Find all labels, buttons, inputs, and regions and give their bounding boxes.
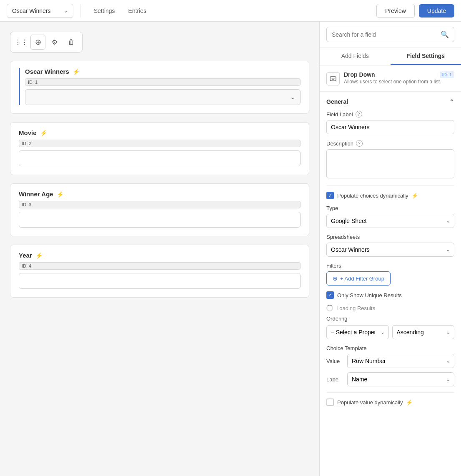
filters-label: Filters xyxy=(326,263,454,269)
select-property-wrap: – Select a Property ⌄ xyxy=(326,325,389,339)
left-panel: ⋮⋮ ⊕ ⚙ 🗑 Oscar Winners ⚡ ID: 1 xyxy=(0,22,319,476)
search-bar: 🔍 xyxy=(320,22,461,48)
form-selector-label: Oscar Winners xyxy=(12,8,51,14)
field-title-1: Oscar Winners xyxy=(25,68,69,75)
topbar-nav: Settings Entries xyxy=(80,4,153,18)
settings-button[interactable]: ⚙ xyxy=(47,35,62,50)
chevron-down-icon: ⌄ xyxy=(64,8,68,14)
lightning-icon-3: ⚡ xyxy=(57,191,64,198)
general-section-title: General xyxy=(326,98,348,105)
add-icon: ⊕ xyxy=(35,38,41,47)
choice-value-select[interactable]: Row Number Name Year xyxy=(347,354,454,368)
loading-spinner xyxy=(326,305,333,311)
update-button[interactable]: Update xyxy=(419,4,454,18)
tabs: Add Fields Field Settings xyxy=(320,48,461,65)
general-section-header[interactable]: General ⌃ xyxy=(326,98,454,105)
field-title-3: Winner Age xyxy=(19,190,53,198)
toolbar: ⋮⋮ ⊕ ⚙ 🗑 xyxy=(10,32,83,53)
unique-results-checkbox[interactable]: ✓ xyxy=(326,291,334,299)
field-label-label: Field Label ? xyxy=(326,111,454,118)
field-header-3: Winner Age ⚡ xyxy=(19,190,301,198)
field-header-2: Movie ⚡ xyxy=(19,129,301,136)
main-layout: ⋮⋮ ⊕ ⚙ 🗑 Oscar Winners ⚡ ID: 1 xyxy=(0,22,461,476)
plus-circle-icon: ⊕ xyxy=(333,275,338,282)
description-help-icon[interactable]: ? xyxy=(356,140,363,147)
spreadsheets-select[interactable]: Oscar Winners xyxy=(326,243,454,257)
spreadsheets-label: Spreadsheets xyxy=(326,234,454,240)
ordering-label: Ordering xyxy=(326,316,454,322)
field-input-2[interactable] xyxy=(19,150,301,166)
choice-label-select-wrap: Name Year Row Number ⌄ xyxy=(347,372,454,386)
loading-results-label: Loading Results xyxy=(336,305,375,311)
field-left-border: Oscar Winners ⚡ ID: 1 ⌄ xyxy=(19,68,301,105)
description-textarea[interactable] xyxy=(326,149,454,178)
populate-value-lightning-icon: ⚡ xyxy=(406,399,413,406)
nav-settings[interactable]: Settings xyxy=(87,4,122,18)
unique-check-icon: ✓ xyxy=(328,292,332,298)
loading-results-row: Loading Results xyxy=(326,305,454,311)
check-icon: ✓ xyxy=(328,193,332,198)
field-info-badge: ID: 1 xyxy=(440,71,454,78)
populate-choices-row: ✓ Populate choices dynamically ⚡ xyxy=(326,192,454,199)
topbar-actions: Preview Update xyxy=(376,4,454,18)
field-id-badge-4: ID: 4 xyxy=(19,262,301,270)
tab-add-fields[interactable]: Add Fields xyxy=(320,48,391,65)
divider-1 xyxy=(326,185,454,186)
field-input-3[interactable] xyxy=(19,212,301,228)
spreadsheets-select-wrap: Oscar Winners ⌄ xyxy=(326,243,454,257)
ordering-group: Ordering – Select a Property ⌄ Ascending… xyxy=(326,316,454,339)
nav-entries[interactable]: Entries xyxy=(122,4,153,18)
field-label-help-icon[interactable]: ? xyxy=(356,111,362,118)
spreadsheets-group: Spreadsheets Oscar Winners ⌄ xyxy=(326,234,454,257)
populate-choices-checkbox[interactable]: ✓ xyxy=(326,192,334,199)
choice-label-select[interactable]: Name Year Row Number xyxy=(347,372,454,386)
type-select[interactable]: Google Sheet xyxy=(326,214,454,228)
field-info-text: Drop Down ID: 1 Allows users to select o… xyxy=(344,71,454,85)
svg-rect-0 xyxy=(330,77,336,81)
form-selector[interactable]: Oscar Winners ⌄ xyxy=(7,4,73,18)
add-block-button[interactable]: ⊕ xyxy=(30,35,45,50)
field-header-1: Oscar Winners ⚡ xyxy=(25,68,301,75)
ordering-row: – Select a Property ⌄ Ascending Descendi… xyxy=(326,325,454,339)
tab-field-settings[interactable]: Field Settings xyxy=(391,48,461,65)
topbar: Oscar Winners ⌄ Settings Entries Preview… xyxy=(0,0,461,22)
field-block-1: Oscar Winners ⚡ ID: 1 ⌄ xyxy=(10,61,309,114)
preview-button[interactable]: Preview xyxy=(376,4,415,18)
unique-results-label: Only Show Unique Results xyxy=(337,292,402,298)
populate-value-row: Populate value dynamically ⚡ xyxy=(326,398,454,406)
settings-section: General ⌃ Field Label ? Description ? xyxy=(320,92,461,418)
field-input-4[interactable] xyxy=(19,273,301,289)
type-group: Type Google Sheet ⌄ xyxy=(326,205,454,228)
select-property-select[interactable]: – Select a Property xyxy=(326,325,389,339)
topbar-left: Oscar Winners ⌄ Settings Entries xyxy=(7,4,153,18)
choice-value-row: Value Row Number Name Year ⌄ xyxy=(326,354,454,368)
field-label-group: Field Label ? xyxy=(326,111,454,134)
add-filter-button[interactable]: ⊕ + Add Filter Group xyxy=(326,271,391,286)
search-icon: 🔍 xyxy=(441,30,449,38)
field-id-badge-1: ID: 1 xyxy=(25,78,301,86)
field-info-name: Drop Down xyxy=(344,71,375,78)
drag-handle-button[interactable]: ⋮⋮ xyxy=(14,35,29,50)
field-dropdown-1[interactable]: ⌄ xyxy=(25,89,301,105)
lightning-icon-2: ⚡ xyxy=(40,130,47,136)
field-id-badge-3: ID: 3 xyxy=(19,201,301,208)
populate-value-checkbox[interactable] xyxy=(326,398,334,406)
field-id-badge-2: ID: 2 xyxy=(19,140,301,147)
ascending-select-wrap: Ascending Descending ⌄ xyxy=(392,325,455,339)
field-label-input[interactable] xyxy=(326,120,454,134)
ascending-select[interactable]: Ascending Descending xyxy=(392,325,455,339)
type-select-wrap: Google Sheet ⌄ xyxy=(326,214,454,228)
dropdown-type-icon xyxy=(326,72,340,85)
search-input[interactable] xyxy=(332,31,437,38)
type-label: Type xyxy=(326,205,454,211)
field-title-4: Year xyxy=(19,252,32,259)
populate-value-label: Populate value dynamically ⚡ xyxy=(337,399,413,406)
field-header-4: Year ⚡ xyxy=(19,252,301,259)
delete-button[interactable]: 🗑 xyxy=(64,35,79,50)
choice-value-label: Value xyxy=(326,358,343,364)
field-block-4: Year ⚡ ID: 4 xyxy=(10,245,309,298)
field-info: Drop Down ID: 1 Allows users to select o… xyxy=(320,65,461,92)
lightning-icon-4: ⚡ xyxy=(35,252,43,259)
dropdown-arrow-1: ⌄ xyxy=(290,94,295,100)
divider-2 xyxy=(326,392,454,393)
